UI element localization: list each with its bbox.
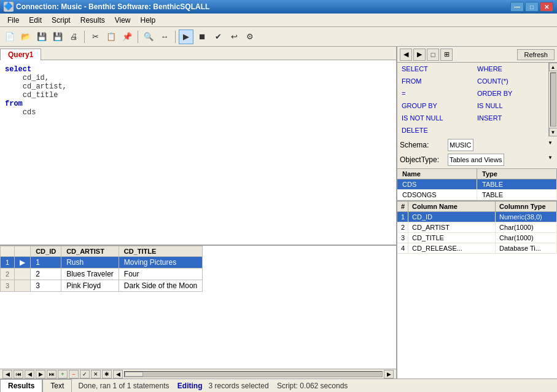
refresh-button[interactable]: Refresh — [517, 49, 555, 60]
query1-tab[interactable]: Query1 — [0, 49, 41, 60]
col-header-name: Column Name — [408, 202, 496, 211]
menu-item-help[interactable]: Help — [136, 15, 161, 26]
snippet-btn4[interactable]: ⊞ — [440, 49, 453, 61]
snippet-item[interactable]: IS NULL — [473, 100, 548, 112]
scroll-del-btn[interactable]: − — [69, 370, 79, 378]
object-type: TABLE — [477, 190, 557, 200]
scroll-star-btn[interactable]: ✱ — [102, 370, 112, 378]
scroll-next-btn[interactable]: ▶ — [36, 370, 45, 378]
snippet-scroll-up[interactable]: ▲ — [549, 63, 558, 71]
columns-header: # Column Name Columnn Type — [397, 202, 557, 212]
objecttype-select[interactable]: Tables and Views — [448, 154, 504, 166]
snippet-item[interactable]: WHERE — [473, 63, 548, 75]
snippet-item[interactable] — [473, 124, 548, 136]
status-bar: Results Text Done, ran 1 of 1 statements… — [0, 378, 557, 392]
scroll-right-end-btn[interactable]: ▶ — [384, 370, 394, 378]
menu-item-results[interactable]: Results — [76, 15, 110, 26]
horizontal-scrollbar[interactable]: ◀ ⏮ ◀ ▶ ⏭ + − ✓ ✕ ✱ ◀ ▶ — [0, 369, 396, 378]
new-button[interactable]: 📄 — [2, 29, 17, 44]
columns-panel: # Column Name Columnn Type 1 CD_ID Numer… — [397, 202, 557, 378]
snippet-item[interactable]: ORDER BY — [473, 87, 548, 100]
object-row[interactable]: CDS TABLE — [397, 179, 557, 190]
sep3 — [175, 31, 176, 43]
scroll-track[interactable] — [124, 371, 383, 377]
execute-button[interactable]: ▶ — [179, 29, 193, 44]
scroll-first-btn[interactable]: ⏮ — [14, 370, 23, 378]
snippet-btn3[interactable]: □ — [427, 49, 439, 61]
minimize-button[interactable]: — — [510, 2, 524, 12]
menu-item-edit[interactable]: Edit — [24, 15, 47, 26]
snippet-item[interactable]: DELETE — [397, 124, 473, 136]
app-icon: 🔷 — [4, 2, 14, 12]
col-type: Char(1000) — [496, 233, 557, 243]
table-row[interactable]: 1 ▶ 1 Rush Moving Pictures — [1, 257, 203, 269]
col-num: 1 — [397, 212, 408, 222]
col-type: Char(1000) — [496, 222, 557, 232]
rollback-button[interactable]: ↩ — [227, 29, 241, 44]
menu-item-script[interactable]: Script — [47, 15, 76, 26]
col-num: 2 — [397, 222, 408, 232]
close-button[interactable]: ✕ — [540, 2, 553, 12]
column-row[interactable]: 3 CD_TITLE Char(1000) — [397, 233, 557, 243]
open-button[interactable]: 📂 — [18, 29, 33, 44]
snippet-item[interactable]: IS NOT NULL — [397, 112, 473, 124]
menu-item-file[interactable]: File — [2, 15, 24, 26]
sql-editor[interactable]: select cd_id, cd_artist, cd_title from c… — [0, 60, 396, 246]
snippet-scrollbar[interactable]: ▲ ▼ — [548, 63, 557, 136]
save-all-button[interactable]: 💾 — [50, 29, 65, 44]
scroll-left-btn[interactable]: ◀ — [2, 370, 12, 378]
snippet-item[interactable]: FROM — [397, 75, 473, 87]
snippet-item[interactable]: = — [397, 87, 473, 100]
snippet-item[interactable]: INSERT — [473, 112, 548, 124]
scroll-x-btn[interactable]: ✕ — [91, 370, 101, 378]
save-button[interactable]: 💾 — [34, 29, 49, 44]
objects-header: Name Type — [397, 169, 557, 179]
stop-button[interactable]: ⏹ — [195, 29, 209, 44]
print-button[interactable]: 🖨 — [66, 29, 81, 44]
schema-select[interactable]: MUSIC — [448, 139, 473, 151]
row-arrow — [15, 269, 31, 280]
snippet-scroll-track[interactable] — [550, 73, 556, 127]
copy-button[interactable]: 📋 — [104, 29, 119, 44]
scroll-thumb[interactable] — [125, 372, 143, 377]
scroll-add-btn[interactable]: + — [58, 370, 68, 378]
commit-button[interactable]: ✔ — [211, 29, 225, 44]
sql-col-artist: cd_artist, — [5, 82, 67, 91]
records-text: 3 records selected — [209, 382, 269, 390]
results-pane[interactable]: CD_ID CD_ARTIST CD_TITLE 1 ▶ 1 Rush Movi… — [0, 246, 396, 369]
replace-button[interactable]: ↔ — [157, 29, 172, 44]
status-tab-text[interactable]: Text — [42, 379, 72, 393]
row-num: 1 — [1, 257, 15, 269]
schema-label: Schema: — [400, 141, 444, 149]
column-row[interactable]: 4 CD_RELEASE... Database Ti... — [397, 243, 557, 254]
snippet-item[interactable]: GROUP BY — [397, 100, 473, 112]
scroll-nav-btn[interactable]: ◀ — [113, 370, 123, 378]
paste-button[interactable]: 📌 — [120, 29, 134, 44]
snippet-btn2[interactable]: ▶ — [413, 49, 426, 61]
object-name: CDSONGS — [397, 190, 477, 200]
cell-cd-title: Dark Side of the Moon — [119, 280, 202, 292]
cut-button[interactable]: ✂ — [88, 29, 103, 44]
snippet-btn1[interactable]: ◀ — [400, 49, 412, 61]
find-button[interactable]: 🔍 — [141, 29, 156, 44]
scroll-prev-btn[interactable]: ◀ — [25, 370, 34, 378]
menu-item-view[interactable]: View — [110, 15, 136, 26]
col-type: Database Ti... — [496, 243, 557, 253]
cell-cd-artist: Blues Traveler — [61, 269, 119, 280]
column-row[interactable]: 2 CD_ARTIST Char(1000) — [397, 222, 557, 233]
table-row[interactable]: 2 2 Blues Traveler Four — [1, 269, 203, 280]
snippet-item[interactable]: COUNT(*) — [473, 75, 548, 87]
cell-cd-id: 3 — [31, 280, 61, 292]
table-row[interactable]: 3 3 Pink Floyd Dark Side of the Moon — [1, 280, 203, 292]
editing-label: Editing — [177, 382, 203, 390]
object-row[interactable]: CDSONGS TABLE — [397, 190, 557, 200]
column-row[interactable]: 1 CD_ID Numeric(38,0) — [397, 212, 557, 222]
status-tab-results[interactable]: Results — [0, 379, 42, 393]
col-header-num: # — [397, 202, 408, 211]
scroll-last-btn[interactable]: ⏭ — [47, 370, 56, 378]
maximize-button[interactable]: □ — [525, 2, 539, 12]
snippet-item[interactable]: SELECT — [397, 63, 473, 75]
tools-button[interactable]: ⚙ — [243, 29, 257, 44]
snippet-scroll-down[interactable]: ▼ — [549, 128, 558, 136]
scroll-check-btn[interactable]: ✓ — [80, 370, 90, 378]
